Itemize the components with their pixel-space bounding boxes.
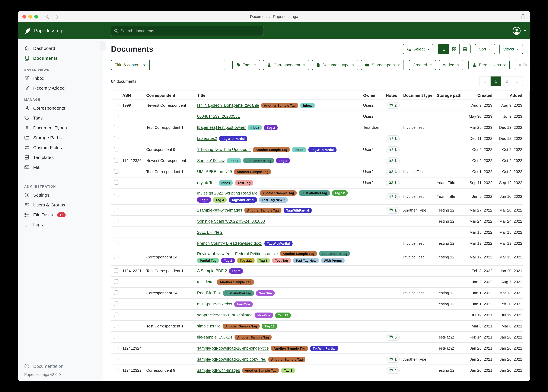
reset-filters-button[interactable]: × Reset filters	[515, 60, 530, 70]
pagination-page-1-button[interactable]: 1	[490, 77, 501, 86]
tag-pill[interactable]: Tag 12	[275, 312, 291, 318]
user-menu[interactable]	[512, 27, 526, 35]
tag-pill[interactable]: Inbox	[248, 125, 262, 130]
tag-pill[interactable]: TagWithPartial	[264, 241, 292, 246]
document-title-link[interactable]: 1 Testing New Title Updated 2	[197, 147, 251, 152]
list-view-button[interactable]	[438, 44, 449, 54]
tag-pill[interactable]: TagWithPartial	[284, 208, 312, 213]
row-checkbox[interactable]	[114, 125, 118, 129]
tag-pill[interactable]: Test Tag New	[293, 258, 319, 263]
header-title[interactable]: Title	[197, 91, 363, 99]
tag-pill[interactable]: TagWithPartial	[310, 346, 338, 351]
tag-pill[interactable]: Tag 3	[281, 368, 295, 373]
notes-badge[interactable]: 1	[386, 135, 400, 142]
document-title-link[interactable]: file-sample_150kBs	[197, 335, 232, 339]
tag-pill[interactable]: Just another tag	[223, 290, 254, 296]
share-icon[interactable]	[520, 14, 526, 20]
document-title-link[interactable]: sample-pdf-with-images	[197, 368, 240, 373]
row-checkbox[interactable]	[114, 290, 118, 295]
document-title-link[interactable]: sat-practice-test-1_pt2-collated	[197, 313, 252, 317]
tag-pill[interactable]: Another Sample Tag	[268, 357, 305, 362]
sidebar-item-correspondents[interactable]: Correspondents	[18, 103, 103, 113]
row-checkbox[interactable]	[114, 268, 118, 273]
select-button[interactable]: Select	[403, 44, 433, 54]
document-title-link[interactable]: H7_Napoleon_Bonaparte_zadanie	[197, 103, 259, 108]
brand[interactable]: Paperless-ngx	[18, 27, 103, 34]
header-correspondent[interactable]: Correspondent	[146, 91, 197, 99]
close-window-button[interactable]	[22, 15, 26, 18]
tag-pill[interactable]: Another Sample Tag	[271, 346, 308, 351]
document-title-link[interactable]: sample-pdf-download-10-mb-longer-title	[197, 346, 269, 350]
tag-pill[interactable]: Tag 2	[229, 268, 243, 273]
sidebar-item-custom-fields[interactable]: Custom Fields	[18, 142, 103, 152]
tag-pill[interactable]: Tag 3	[213, 197, 227, 203]
row-checkbox[interactable]	[114, 357, 118, 361]
document-title-link[interactable]: Sonstige ScanPC2022 03-24_081058	[197, 219, 265, 224]
sidebar-item-documentation[interactable]: ? Documentation	[18, 361, 103, 371]
document-title-link[interactable]: InDesign 2022 Scripting Read Me	[197, 191, 258, 195]
tag-pill[interactable]: Partial Tag	[197, 258, 219, 263]
sidebar-item-recently-added[interactable]: Recently Added	[18, 83, 103, 93]
zoom-window-button[interactable]	[34, 15, 38, 18]
row-checkbox[interactable]	[114, 208, 118, 212]
row-checkbox[interactable]	[114, 335, 118, 339]
tag-pill[interactable]: TagWithPartial	[219, 136, 247, 141]
document-type-filter-button[interactable]: Document type	[312, 60, 359, 70]
scrollbar[interactable]	[529, 91, 530, 377]
header-added[interactable]: ↑Added	[493, 91, 523, 99]
row-checkbox[interactable]	[114, 194, 118, 198]
document-title-link[interactable]: sample-pdf-download-10-mb copy_red	[197, 357, 266, 362]
row-checkbox[interactable]	[114, 103, 118, 107]
row-checkbox[interactable]	[114, 114, 118, 118]
search-input[interactable]	[121, 28, 260, 33]
tag-pill[interactable]: TagWithPartial	[308, 147, 336, 152]
sidebar-item-file-tasks[interactable]: File Tasks 16	[18, 210, 103, 220]
pagination-next-button[interactable]: »	[512, 77, 523, 86]
header-created[interactable]: Created	[467, 91, 493, 99]
notes-badge[interactable]: 2	[386, 102, 400, 109]
document-title-link[interactable]: 0004814539_20230531	[197, 114, 240, 119]
pagination-prev-button[interactable]: «	[479, 77, 490, 86]
tag-pill[interactable]: TagWithPartial	[229, 197, 257, 203]
row-checkbox[interactable]	[114, 218, 118, 223]
notes-badge[interactable]: 1	[386, 356, 400, 363]
notes-badge[interactable]: 4	[386, 168, 400, 175]
tag-pill[interactable]: Inbox	[227, 158, 241, 163]
document-title-link[interactable]: French Country Bread Revised.docx	[197, 241, 262, 245]
grid-view-button[interactable]	[449, 44, 460, 54]
sidebar-item-documents[interactable]: Documents	[18, 53, 103, 63]
tag-pill[interactable]: Another Sample Tag	[261, 103, 298, 108]
tag-pill[interactable]: Another Sample Tag	[217, 279, 254, 285]
tags-filter-button[interactable]: Tags	[232, 60, 260, 70]
tag-pill[interactable]: Tag 12	[332, 190, 347, 196]
document-title-link[interactable]: 2sample-pdf-with-images	[197, 208, 242, 212]
row-checkbox[interactable]	[114, 279, 118, 284]
document-title-link[interactable]: A Sample PDF 2	[197, 269, 227, 273]
created-filter-button[interactable]: Created	[409, 60, 436, 70]
sidebar-item-logs[interactable]: Logs	[18, 220, 103, 230]
document-title-link[interactable]: drylab Test	[197, 181, 216, 185]
sidebar-item-tags[interactable]: Tags	[18, 113, 103, 123]
notes-badge[interactable]: 5	[386, 334, 400, 340]
tag-pill[interactable]: Tag 3	[257, 258, 270, 263]
document-title-link[interactable]: ReadMe Test	[197, 291, 221, 295]
tag-pill[interactable]: Tag 2	[221, 258, 235, 263]
row-checkbox[interactable]	[114, 312, 118, 317]
pagination-page-2-button[interactable]: 2	[501, 77, 512, 86]
tag-pill[interactable]: Inbox	[301, 103, 315, 108]
tag-pill[interactable]: Tag 2	[264, 125, 278, 130]
row-checkbox[interactable]	[114, 346, 118, 350]
tag-pill[interactable]: Another Sample Tag	[234, 169, 271, 174]
added-filter-button[interactable]: Added	[439, 60, 463, 70]
document-title-link[interactable]: UM_PPBE_en_v29	[197, 169, 232, 174]
tag-pill[interactable]: Tag 222	[237, 258, 254, 263]
tag-pill[interactable]: Another Sample Tag	[235, 335, 272, 340]
notes-badge[interactable]: 6	[386, 193, 400, 200]
notes-badge[interactable]: 1	[386, 157, 400, 164]
tag-pill[interactable]: Another Sample Tag	[242, 368, 279, 373]
sidebar-item-dashboard[interactable]: Dashboard	[18, 43, 103, 53]
tag-pill[interactable]: Another Sample Tag	[253, 147, 290, 152]
card-view-button[interactable]	[460, 44, 470, 54]
tag-pill[interactable]: Inbox	[219, 180, 233, 185]
correspondent-filter-button[interactable]: Correspondent	[263, 60, 309, 70]
